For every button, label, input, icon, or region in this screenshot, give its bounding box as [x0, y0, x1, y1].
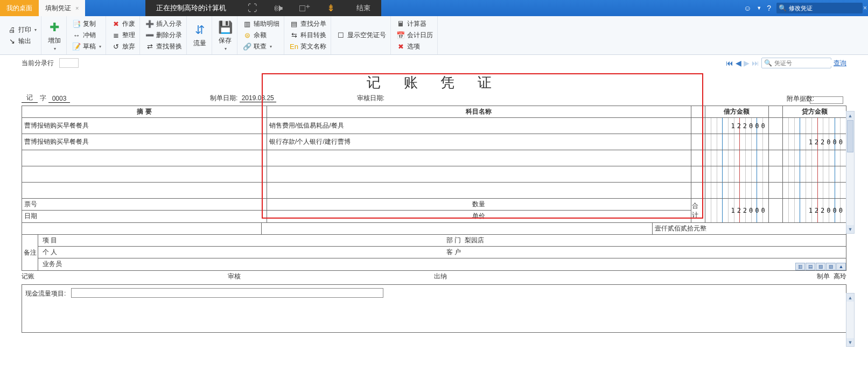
summary-cell[interactable]: 曹博报销购买早餐餐具: [22, 118, 267, 134]
amount-cell[interactable]: 122000: [783, 134, 846, 150]
subject-cell[interactable]: [267, 150, 691, 166]
subject-switch-button[interactable]: ⇆科目转换: [290, 31, 326, 40]
table-row[interactable]: 曹博报销购买早餐餐具银行存款/个人银行/建行曹博122000: [22, 134, 846, 150]
attach-value[interactable]: [814, 94, 846, 103]
acct-calendar-button[interactable]: 📅会计日历: [396, 31, 433, 40]
global-search-input[interactable]: [789, 5, 863, 11]
total-label: 合 计: [691, 199, 705, 223]
flow-button[interactable]: ⇵流量: [192, 23, 207, 48]
english-name-button[interactable]: En英文名称: [290, 42, 326, 51]
sign-bookkeep: 记账: [22, 272, 228, 281]
scroll-down-icon[interactable]: ▼: [846, 338, 854, 346]
show-empty-voucher-button[interactable]: ☐显示空凭证号: [337, 31, 386, 40]
screen-share-icon[interactable]: □⁺: [299, 2, 311, 14]
relate-button[interactable]: 🔗联查▾: [243, 42, 279, 51]
make-date-value[interactable]: 2019.03.25: [240, 94, 276, 102]
cashflow-input[interactable]: [71, 288, 383, 298]
help-icon[interactable]: ?: [767, 4, 771, 12]
scrollbar-vertical-2[interactable]: ▲ ▼: [846, 293, 855, 347]
scroll-thumb[interactable]: [847, 120, 853, 152]
add-button[interactable]: ✚增加▾: [47, 20, 62, 51]
options-button[interactable]: ✖选项: [396, 42, 433, 51]
find-divide-button[interactable]: ▤查找分单: [290, 19, 326, 29]
nav-next-icon[interactable]: ▶: [744, 59, 750, 67]
sort-button[interactable]: ≣整理: [111, 31, 135, 40]
amount-cell[interactable]: [783, 150, 846, 166]
sound-icon[interactable]: 🕪: [274, 3, 283, 14]
amount-cell[interactable]: [705, 166, 769, 183]
scroll-down-icon[interactable]: ▼: [846, 225, 854, 233]
table-row[interactable]: [22, 166, 846, 183]
query-link[interactable]: 查询: [834, 59, 846, 68]
voucher-search[interactable]: 🔍: [761, 58, 831, 68]
subject-cell[interactable]: [267, 166, 691, 183]
scrollbar-vertical[interactable]: ▲ ▼: [846, 111, 855, 234]
find-replace-icon: ⇄: [145, 43, 154, 51]
assist-detail-button[interactable]: ▥辅助明细: [243, 19, 279, 29]
nav-prev-icon[interactable]: ◀: [736, 59, 741, 67]
scroll-up-icon[interactable]: ▲: [846, 293, 854, 302]
amount-cell[interactable]: [705, 150, 769, 166]
summary-cell[interactable]: 曹博报销购买早餐餐具: [22, 134, 267, 150]
table-row[interactable]: 曹博报销购买早餐餐具销售费用/低值易耗品/餐具122000: [22, 118, 846, 134]
relate-icon: 🔗: [243, 43, 251, 51]
amount-cell[interactable]: [705, 183, 769, 199]
copy-button[interactable]: 📑复制: [72, 19, 101, 29]
abandon-icon: ↺: [111, 43, 120, 51]
voucher-number[interactable]: 0003: [48, 95, 70, 103]
tab-voucher[interactable]: 填制凭证 ×: [39, 0, 85, 16]
close-icon[interactable]: ×: [75, 5, 79, 11]
table-row[interactable]: [22, 150, 846, 166]
nav-last-icon[interactable]: ⏭: [752, 59, 759, 67]
sign-audit: 审核: [228, 272, 434, 281]
mini-icon[interactable]: ▲: [836, 263, 846, 270]
amount-cell[interactable]: 122000: [705, 118, 769, 134]
global-search[interactable]: 🔍 ×: [776, 3, 863, 13]
summary-cell[interactable]: [22, 150, 267, 166]
abandon-button[interactable]: ↺放弃: [111, 42, 135, 51]
pin-icon[interactable]: ⇟: [327, 2, 335, 14]
show-empty-icon: ☐: [337, 31, 345, 40]
tab-home[interactable]: 我的桌面: [0, 0, 39, 16]
nav-first-icon[interactable]: ⏮: [726, 59, 733, 67]
table-row[interactable]: [22, 183, 846, 199]
voucher-prefix[interactable]: 记: [22, 93, 38, 103]
total-credit-cell: 122000: [783, 199, 846, 223]
subject-cell[interactable]: 销售费用/低值易耗品/餐具: [267, 118, 691, 134]
amount-cell[interactable]: [705, 134, 769, 150]
print-button[interactable]: 🖨打印▾: [8, 25, 37, 34]
voucher-area: 记 账 凭 证 记 字 0003 制单日期: 2019.03.25 审核日期: …: [22, 73, 846, 271]
amount-cell[interactable]: [783, 183, 846, 199]
amount-cell[interactable]: [783, 166, 846, 183]
amount-cell[interactable]: [783, 118, 846, 134]
summary-cell[interactable]: [22, 166, 267, 183]
fullscreen-icon[interactable]: ⛶: [248, 3, 257, 14]
mini-icon[interactable]: ▥: [795, 263, 805, 270]
mini-icon[interactable]: ▧: [816, 263, 825, 270]
end-remote-button[interactable]: 结束: [356, 3, 370, 13]
english-name-icon: En: [290, 43, 298, 51]
mini-icon[interactable]: ▤: [806, 263, 815, 270]
balance-button[interactable]: ⊜余额: [243, 31, 279, 40]
subject-cell[interactable]: [267, 183, 691, 199]
draft-button[interactable]: 📝草稿▾: [72, 42, 101, 51]
remark-label: 备注: [22, 235, 38, 270]
offset-button[interactable]: ↔冲销: [72, 31, 101, 40]
insert-entry-button[interactable]: ➕插入分录: [145, 19, 182, 29]
delete-entry-button[interactable]: ➖删除分录: [145, 31, 182, 40]
smile-icon[interactable]: ☺: [744, 4, 751, 12]
output-button[interactable]: ↘输出: [8, 37, 37, 46]
invalid-button[interactable]: ✖作废: [111, 19, 135, 29]
sub-toolbar: 当前分录行 ⏮ ◀ ▶ ⏭ 🔍 查询: [0, 55, 868, 71]
caret-down-icon[interactable]: ▼: [757, 5, 761, 11]
save-button[interactable]: 💾保存▾: [218, 20, 233, 51]
summary-cell[interactable]: [22, 183, 267, 199]
current-entry-label: 当前分录行: [22, 59, 54, 68]
subject-cell[interactable]: 银行存款/个人银行/建行曹博: [267, 134, 691, 150]
mini-icon[interactable]: ▨: [826, 263, 836, 270]
calculator-button[interactable]: 🖩计算器: [396, 19, 433, 29]
clear-icon[interactable]: ×: [863, 4, 867, 12]
scroll-up-icon[interactable]: ▲: [846, 111, 854, 120]
current-entry-input[interactable]: [59, 58, 79, 68]
find-replace-button[interactable]: ⇄查找替换: [145, 42, 182, 51]
